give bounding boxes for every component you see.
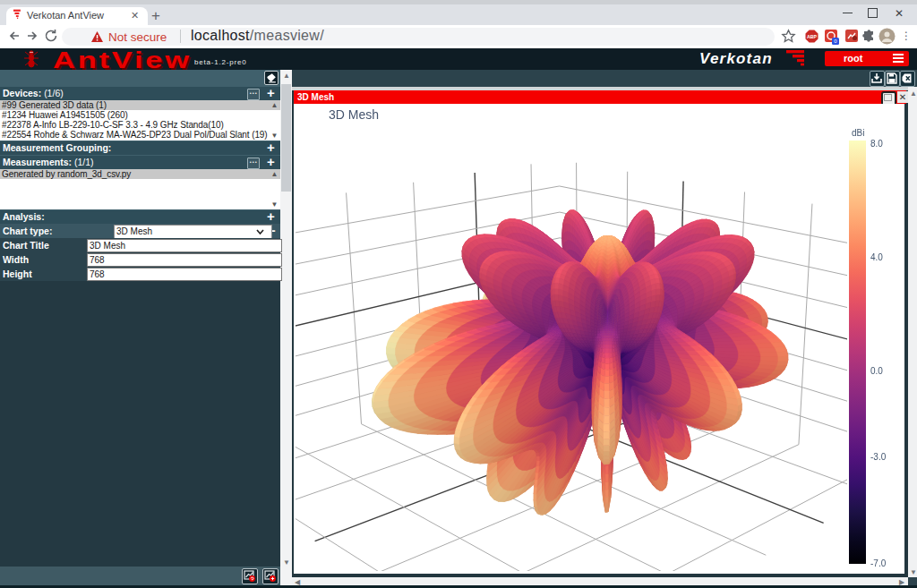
svg-text:ABP: ABP — [807, 34, 817, 39]
